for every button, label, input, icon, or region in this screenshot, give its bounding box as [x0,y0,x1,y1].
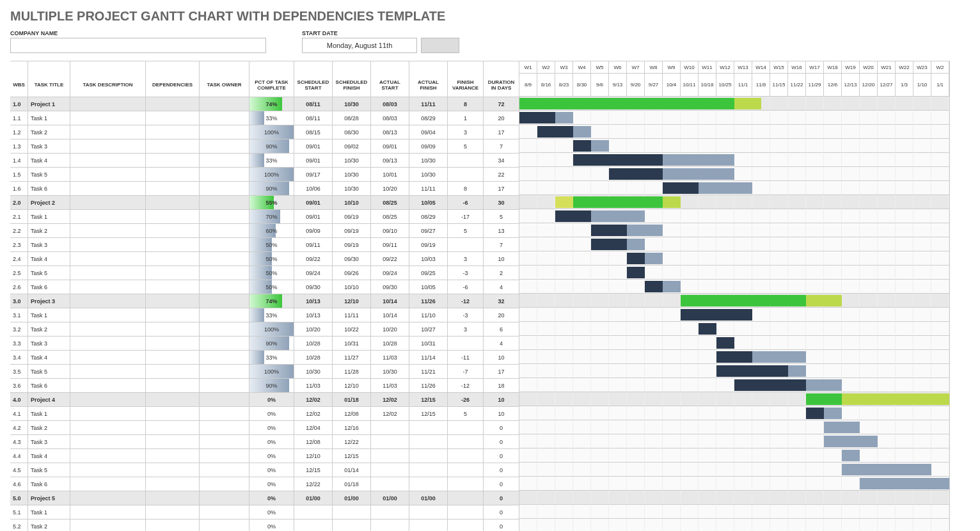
data-cell[interactable]: 09/01 [294,196,333,210]
data-cell[interactable]: -3 [448,266,484,280]
data-cell[interactable]: 09/24 [294,266,333,280]
pct-cell[interactable]: 33% [249,111,294,125]
pct-cell[interactable]: 100% [249,365,294,379]
owner-cell[interactable] [200,322,249,337]
data-cell[interactable] [448,505,484,519]
desc-cell[interactable] [70,224,146,238]
wbs-cell[interactable]: 2.0 [10,196,28,210]
data-cell[interactable] [371,519,409,531]
data-cell[interactable]: 09/09 [294,224,333,238]
data-cell[interactable]: 0 [484,463,519,477]
desc-cell[interactable] [70,294,146,308]
title-cell[interactable]: Project 3 [28,294,70,308]
data-cell[interactable]: 11/11 [333,308,371,322]
desc-cell[interactable] [70,168,146,182]
data-cell[interactable]: 12/16 [333,421,371,435]
data-cell[interactable]: 1 [448,111,484,125]
desc-cell[interactable] [70,280,146,294]
data-cell[interactable]: 01/18 [333,477,371,491]
data-cell[interactable]: 10/20 [294,322,333,337]
data-cell[interactable]: -3 [448,308,484,322]
pct-cell[interactable]: 0% [249,393,294,407]
owner-cell[interactable] [200,379,249,393]
data-cell[interactable]: -26 [448,393,484,407]
dep-cell[interactable] [146,196,200,210]
title-cell[interactable]: Project 2 [28,196,70,210]
data-cell[interactable]: 18 [484,379,519,393]
owner-cell[interactable] [200,97,249,111]
wbs-cell[interactable]: 4.1 [10,407,28,421]
data-cell[interactable]: 08/11 [294,97,333,111]
data-cell[interactable]: 72 [484,97,519,111]
desc-cell[interactable] [70,210,146,224]
owner-cell[interactable] [200,491,249,505]
desc-cell[interactable] [70,407,146,421]
date-extra-box[interactable] [421,38,459,53]
dep-cell[interactable] [146,477,200,491]
data-cell[interactable] [409,477,448,491]
data-cell[interactable]: -7 [448,365,484,379]
dep-cell[interactable] [146,210,200,224]
dep-cell[interactable] [146,111,200,125]
data-cell[interactable]: 09/11 [371,238,409,252]
desc-cell[interactable] [70,266,146,280]
owner-cell[interactable] [200,477,249,491]
data-cell[interactable]: 22 [484,168,519,182]
wbs-cell[interactable]: 3.0 [10,294,28,308]
title-cell[interactable]: Task 4 [28,449,70,463]
data-cell[interactable]: 09/27 [409,224,448,238]
data-cell[interactable]: 12/15 [294,463,333,477]
pct-cell[interactable]: 74% [249,97,294,111]
title-cell[interactable]: Task 1 [28,505,70,519]
data-cell[interactable]: 09/01 [371,139,409,154]
data-cell[interactable] [448,519,484,531]
owner-cell[interactable] [200,337,249,351]
data-cell[interactable]: 09/04 [409,125,448,139]
title-cell[interactable]: Task 4 [28,252,70,266]
owner-cell[interactable] [200,210,249,224]
data-cell[interactable]: 10/30 [333,154,371,168]
data-cell[interactable]: 09/26 [333,266,371,280]
data-cell[interactable]: 10/13 [294,308,333,322]
pct-cell[interactable]: 0% [249,435,294,449]
data-cell[interactable]: -6 [448,196,484,210]
data-cell[interactable]: 10/14 [371,308,409,322]
dep-cell[interactable] [146,365,200,379]
data-cell[interactable] [409,435,448,449]
data-cell[interactable]: 10/20 [371,182,409,196]
desc-cell[interactable] [70,97,146,111]
data-cell[interactable]: 17 [484,125,519,139]
data-cell[interactable]: 10/06 [294,182,333,196]
data-cell[interactable]: 08/25 [371,196,409,210]
data-cell[interactable]: 10 [484,393,519,407]
data-cell[interactable] [409,463,448,477]
data-cell[interactable]: 09/19 [333,224,371,238]
data-cell[interactable]: 10 [484,407,519,421]
title-cell[interactable]: Task 3 [28,238,70,252]
title-cell[interactable]: Task 6 [28,280,70,294]
data-cell[interactable]: 09/19 [409,238,448,252]
dep-cell[interactable] [146,463,200,477]
data-cell[interactable] [409,505,448,519]
data-cell[interactable]: 11/26 [409,379,448,393]
data-cell[interactable]: 0 [484,491,519,505]
data-cell[interactable]: 11/03 [371,351,409,365]
pct-cell[interactable]: 0% [249,449,294,463]
desc-cell[interactable] [70,238,146,252]
dep-cell[interactable] [146,154,200,168]
owner-cell[interactable] [200,463,249,477]
desc-cell[interactable] [70,196,146,210]
data-cell[interactable]: 10/20 [371,322,409,337]
data-cell[interactable]: 10/27 [409,322,448,337]
desc-cell[interactable] [70,308,146,322]
dep-cell[interactable] [146,308,200,322]
desc-cell[interactable] [70,252,146,266]
owner-cell[interactable] [200,421,249,435]
dep-cell[interactable] [146,224,200,238]
pct-cell[interactable]: 0% [249,505,294,519]
dep-cell[interactable] [146,421,200,435]
pct-cell[interactable]: 0% [249,491,294,505]
wbs-cell[interactable]: 1.5 [10,168,28,182]
data-cell[interactable] [448,477,484,491]
desc-cell[interactable] [70,125,146,139]
